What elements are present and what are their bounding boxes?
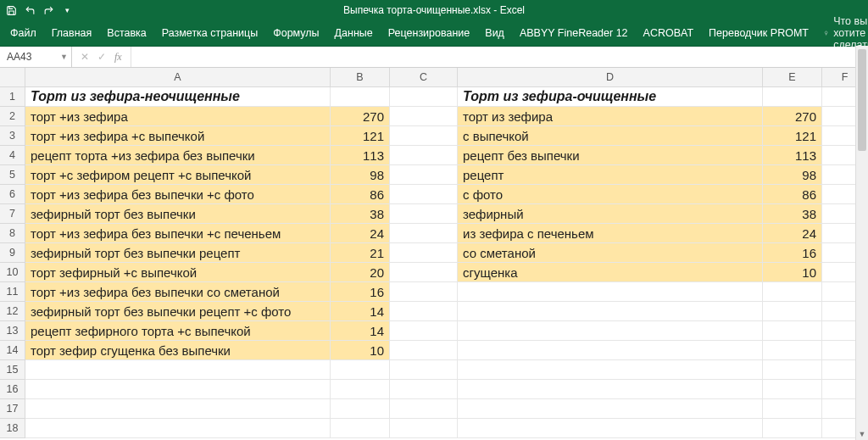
cell[interactable] xyxy=(331,380,390,399)
cell[interactable] xyxy=(331,419,390,438)
row-header[interactable]: 11 xyxy=(0,282,25,302)
column-header[interactable]: C xyxy=(390,68,458,87)
tab-acrobat[interactable]: ACROBAT xyxy=(643,27,694,39)
row-header[interactable]: 2 xyxy=(0,107,25,126)
keyword-right[interactable]: зефирный xyxy=(458,204,763,224)
keyword-left[interactable]: зефирный торт без выпечки xyxy=(25,204,331,224)
row-header[interactable]: 15 xyxy=(0,360,25,380)
row-header[interactable]: 4 xyxy=(0,146,25,165)
enter-icon[interactable]: ✓ xyxy=(97,51,106,63)
tab-promt[interactable]: Переводчик PROMT xyxy=(709,27,809,39)
value-right[interactable]: 86 xyxy=(763,185,822,204)
save-icon[interactable] xyxy=(5,4,17,16)
cell[interactable] xyxy=(390,87,458,107)
cell[interactable] xyxy=(390,204,458,224)
cell[interactable] xyxy=(763,341,822,360)
cell[interactable] xyxy=(458,282,763,302)
keyword-left[interactable]: торт зефир сгущенка без выпечки xyxy=(25,341,331,360)
cell[interactable] xyxy=(390,224,458,243)
value-left[interactable]: 121 xyxy=(331,126,390,146)
cell[interactable] xyxy=(458,341,763,360)
row-header[interactable]: 12 xyxy=(0,302,25,321)
redo-icon[interactable] xyxy=(42,4,54,16)
cell[interactable] xyxy=(763,282,822,302)
select-all-corner[interactable] xyxy=(0,68,25,87)
column-header[interactable]: D xyxy=(458,68,763,87)
worksheet-grid[interactable]: ABCDEF1Торт из зефира-неочищенныеТорт из… xyxy=(0,68,868,438)
tab-file[interactable]: Файл xyxy=(10,27,36,39)
chevron-down-icon[interactable]: ▼ xyxy=(60,53,68,61)
value-right[interactable]: 38 xyxy=(763,204,822,224)
tab-insert[interactable]: Вставка xyxy=(107,27,146,39)
keyword-left[interactable]: торт +из зефира без выпечки со сметаной xyxy=(25,282,331,302)
scroll-down-icon[interactable]: ▼ xyxy=(856,428,868,440)
keyword-right[interactable]: рецепт xyxy=(458,165,763,185)
value-left[interactable]: 98 xyxy=(331,165,390,185)
cell[interactable] xyxy=(390,282,458,302)
row-header[interactable]: 14 xyxy=(0,341,25,360)
value-right[interactable]: 16 xyxy=(763,243,822,263)
cell[interactable] xyxy=(390,380,458,399)
row-header[interactable]: 16 xyxy=(0,380,25,399)
keyword-right[interactable]: торт из зефира xyxy=(458,107,763,126)
tab-home[interactable]: Главная xyxy=(52,27,92,39)
cell[interactable] xyxy=(390,243,458,263)
value-right[interactable]: 270 xyxy=(763,107,822,126)
keyword-left[interactable]: торт зефирный +с выпечкой xyxy=(25,263,331,282)
section-header-right[interactable]: Торт из зефира-очищенные xyxy=(458,87,763,107)
cell[interactable] xyxy=(390,302,458,321)
keyword-left[interactable]: торт +из зефира xyxy=(25,107,331,126)
value-left[interactable]: 24 xyxy=(331,224,390,243)
column-header[interactable]: E xyxy=(763,68,822,87)
undo-icon[interactable] xyxy=(24,4,36,16)
value-right[interactable]: 98 xyxy=(763,165,822,185)
value-left[interactable]: 86 xyxy=(331,185,390,204)
keyword-left[interactable]: зефирный торт без выпечки рецепт xyxy=(25,243,331,263)
row-header[interactable]: 9 xyxy=(0,243,25,263)
value-left[interactable]: 16 xyxy=(331,282,390,302)
value-left[interactable]: 20 xyxy=(331,263,390,282)
cell[interactable] xyxy=(25,360,331,380)
cell[interactable] xyxy=(25,419,331,438)
cell[interactable] xyxy=(458,321,763,341)
value-right[interactable]: 113 xyxy=(763,146,822,165)
value-left[interactable]: 21 xyxy=(331,243,390,263)
vertical-scrollbar[interactable]: ▲ ▼ xyxy=(855,46,868,440)
row-header[interactable]: 1 xyxy=(0,87,25,107)
cell[interactable] xyxy=(25,399,331,419)
keyword-right[interactable]: со сметаной xyxy=(458,243,763,263)
name-box[interactable]: AA43 ▼ xyxy=(0,47,72,67)
column-header[interactable]: B xyxy=(331,68,390,87)
cell[interactable] xyxy=(390,165,458,185)
cell[interactable] xyxy=(390,360,458,380)
tab-data[interactable]: Данные xyxy=(335,27,373,39)
tab-formulas[interactable]: Формулы xyxy=(273,27,319,39)
cell[interactable] xyxy=(331,360,390,380)
tab-review[interactable]: Рецензирование xyxy=(388,27,470,39)
column-header[interactable]: A xyxy=(25,68,331,87)
value-right[interactable]: 24 xyxy=(763,224,822,243)
cell[interactable] xyxy=(458,419,763,438)
value-left[interactable]: 113 xyxy=(331,146,390,165)
keyword-left[interactable]: торт +из зефира без выпечки +с фото xyxy=(25,185,331,204)
formula-input[interactable] xyxy=(131,47,868,67)
value-left[interactable]: 14 xyxy=(331,302,390,321)
keyword-right[interactable]: с фото xyxy=(458,185,763,204)
keyword-left[interactable]: рецепт зефирного торта +с выпечкой xyxy=(25,321,331,341)
customize-qat-icon[interactable]: ▾ xyxy=(61,4,73,16)
cell[interactable] xyxy=(25,380,331,399)
keyword-right[interactable]: сгущенка xyxy=(458,263,763,282)
cell[interactable] xyxy=(458,360,763,380)
keyword-right[interactable]: из зефира с печеньем xyxy=(458,224,763,243)
scroll-thumb[interactable] xyxy=(858,49,866,151)
keyword-left[interactable]: торт +из зефира +с выпечкой xyxy=(25,126,331,146)
section-header-left[interactable]: Торт из зефира-неочищенные xyxy=(25,87,331,107)
row-header[interactable]: 6 xyxy=(0,185,25,204)
cell[interactable] xyxy=(390,341,458,360)
value-right[interactable]: 10 xyxy=(763,263,822,282)
cell[interactable] xyxy=(331,399,390,419)
value-left[interactable]: 14 xyxy=(331,321,390,341)
keyword-left[interactable]: зефирный торт без выпечки рецепт +с фото xyxy=(25,302,331,321)
row-header[interactable]: 17 xyxy=(0,399,25,419)
fx-icon[interactable]: fx xyxy=(114,51,122,64)
